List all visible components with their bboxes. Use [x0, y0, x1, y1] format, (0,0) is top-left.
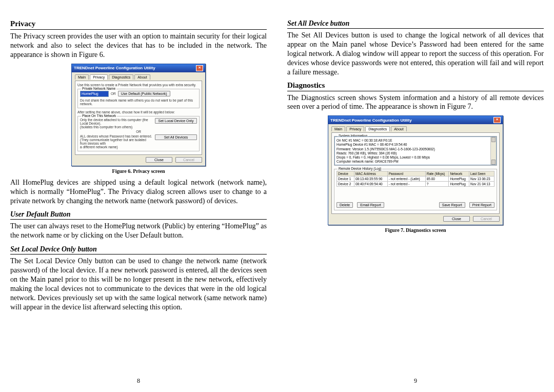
note-text: Do not share the network name with other… [80, 99, 197, 106]
subsection-heading: User Default Button [10, 210, 267, 220]
col-network: Network [449, 171, 469, 177]
option-text: Only the device attached to this compute… [80, 118, 153, 129]
window-title: TRENDnet Powerline Configuration Utility [74, 66, 155, 70]
fieldset-legend: Remote Device History (Log) [338, 167, 382, 170]
note-text: After setting the name above, choose how… [77, 110, 200, 114]
use-default-button[interactable]: Use Default (Public Network) [118, 91, 170, 96]
table-row: Device 1 08:13:40:35:55:90 - not entered… [337, 177, 494, 182]
page-number: 8 [10, 377, 267, 385]
body-text: The Set All Devices button is used to ch… [287, 31, 544, 77]
tab-strip: Main Privacy Diagnostics About [331, 126, 500, 131]
page-left: Privacy The Privacy screen provides the … [0, 0, 277, 392]
or-label: OR [111, 92, 116, 95]
tab-diagnostics[interactable]: Diagnostics [365, 126, 390, 131]
close-button[interactable]: Close [443, 216, 470, 222]
sysinfo-line: Firmware: Version 1.5 (INT5500CS MAC-1-5… [337, 147, 494, 151]
intro-text: Use this screen to create a Private Netw… [77, 83, 200, 87]
tab-main[interactable]: Main [75, 74, 89, 80]
body-text: All HomePlug devices are shipped using a… [10, 178, 267, 206]
tab-strip: Main Privacy Diagnostics About [75, 74, 202, 80]
body-text: The Set Local Device Only button can be … [10, 257, 267, 311]
window-title: TRENDnet Powerline Configuration Utility [330, 118, 412, 123]
section-heading-diagnostics: Diagnostics [287, 81, 544, 91]
cancel-button: Cancel [473, 216, 500, 222]
close-icon[interactable]: × [493, 117, 501, 123]
tab-about[interactable]: About [391, 126, 406, 131]
set-all-devices-button[interactable]: Set All Devices [155, 134, 197, 140]
col-rate: Rate (Mbps) [425, 171, 449, 177]
close-icon[interactable]: × [196, 65, 203, 71]
table-row: Device 2 08:40:F4:09:54:40 - not entered… [337, 182, 494, 187]
body-text: The Diagnostics screen shows System info… [287, 93, 544, 112]
window-titlebar: TRENDnet Powerline Configuration Utility… [328, 116, 503, 124]
sysinfo-line: Computer network name: GRACE789-PM [337, 160, 494, 164]
tab-diagnostics[interactable]: Diagnostics [109, 74, 133, 80]
window-titlebar: TRENDnet Powerline Configuration Utility… [72, 64, 205, 72]
sysinfo-line: On NIC #1 MAC = 00:30:18:A9:F6:1E [337, 139, 494, 143]
scrollbar[interactable] [490, 137, 496, 165]
sysinfo-line: Reads: 760 (38 KB), Writes: 384 (20 KB) [337, 151, 494, 155]
subsection-heading: Set Local Device Only button [10, 245, 267, 254]
diagnostics-window: TRENDnet Powerline Configuration Utility… [328, 115, 503, 225]
or-label: OR [80, 130, 197, 133]
col-mac: MAC Address [354, 171, 387, 177]
system-info-box: On NIC #1 MAC = 00:30:18:A9:F6:1E HomePl… [334, 136, 497, 165]
figure-caption: Figure 7. Diagnostics screen [287, 227, 544, 233]
field-label: Private Network Name [81, 87, 116, 90]
page-number: 9 [287, 377, 544, 385]
fieldset-legend: Place On This Network [81, 114, 117, 117]
sysinfo-line: HomePlug Device #1 MAC = 08:40:F4:19:54:… [337, 143, 494, 147]
col-device: Device [337, 171, 354, 177]
close-button[interactable]: Close [146, 157, 172, 163]
network-name-input[interactable]: HomePlug [80, 91, 109, 97]
cancel-button: Cancel [175, 157, 202, 163]
option-text: ALL devices whose Password has been ente… [80, 134, 153, 149]
table-header-row: Device MAC Address Password Rate (Mbps) … [337, 171, 494, 177]
page-spread: Privacy The Privacy screen provides the … [0, 0, 554, 392]
col-password: Password [387, 171, 425, 177]
page-right: Set All Device button The Set All Device… [277, 0, 554, 392]
tab-main[interactable]: Main [331, 126, 345, 131]
set-local-device-button[interactable]: Set Local Device Only [155, 118, 197, 124]
subsection-heading: Set All Device button [287, 19, 544, 29]
figure-caption: Figure 6. Privacy screen [10, 168, 267, 174]
privacy-window: TRENDnet Powerline Configuration Utility… [71, 64, 206, 166]
email-report-button[interactable]: Email Report [357, 202, 384, 208]
col-lastseen: Last Seen [469, 171, 494, 177]
tab-privacy[interactable]: Privacy [90, 74, 108, 80]
print-report-button[interactable]: Print Report [469, 202, 494, 208]
tab-about[interactable]: About [134, 74, 150, 80]
sysinfo-line: Drops = 0, Fails = 0, Highest = 0.00 Mbp… [337, 155, 494, 160]
save-report-button[interactable]: Save Report [439, 202, 465, 208]
body-text: The user can always reset to the HomePlu… [10, 222, 267, 240]
section-heading-privacy: Privacy [10, 19, 267, 30]
tab-privacy[interactable]: Privacy [346, 126, 364, 131]
delete-button[interactable]: Delete [337, 202, 353, 208]
body-text: The Privacy screen provides the user wit… [10, 32, 267, 60]
device-history-table: Device MAC Address Password Rate (Mbps) … [337, 171, 494, 187]
